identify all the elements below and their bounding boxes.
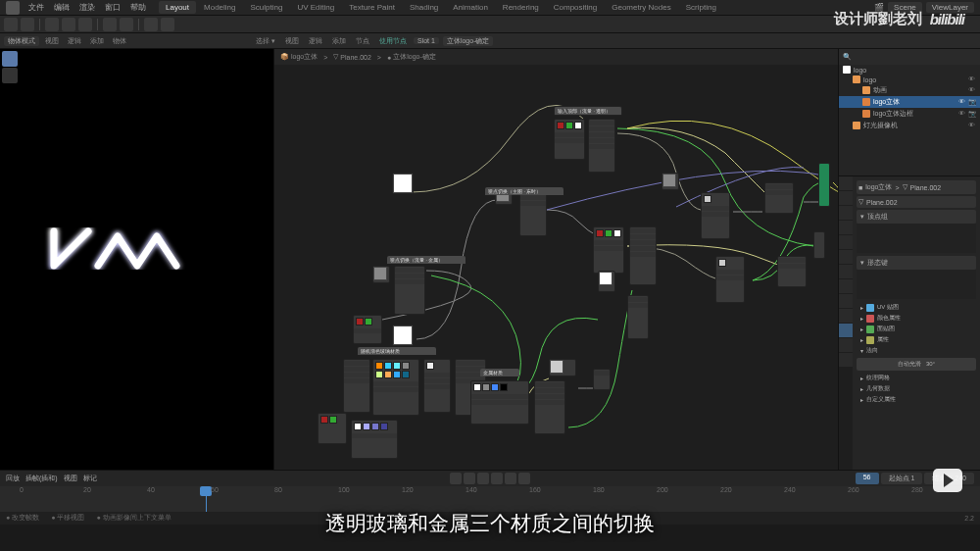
node-output[interactable] [818, 163, 830, 207]
node-mixshader-4[interactable] [777, 256, 807, 287]
menu-render[interactable]: 渲染 [74, 2, 100, 13]
jump-start-icon[interactable] [450, 473, 462, 484]
menu-window[interactable]: 窗口 [100, 2, 125, 13]
tab-compositing[interactable]: Compositing [547, 1, 604, 14]
node-gradient-1[interactable] [372, 359, 419, 416]
node-value-1[interactable] [392, 173, 414, 194]
start-frame[interactable]: 起始点 1 [881, 473, 923, 484]
section-vertex-groups[interactable]: ▾ 顶点组 [857, 210, 976, 253]
node-gradient-2[interactable] [351, 420, 398, 459]
tool-transform-icon[interactable] [103, 18, 117, 31]
tool-rotate-icon[interactable] [62, 18, 75, 31]
mode-dropdown[interactable]: 物体模式 [4, 36, 39, 46]
timeline-marker[interactable]: 标记 [83, 474, 97, 483]
node-canvas[interactable]: 输入顶部（流量 · 透明） 喷点切换（主图 · 东时） [274, 65, 838, 470]
select-method[interactable]: 选择 ▾ [253, 36, 278, 46]
prop-tab-constraint-icon[interactable] [839, 309, 853, 323]
vp-select-tool-icon[interactable] [2, 51, 18, 67]
node-node[interactable]: 节点 [353, 36, 372, 46]
sub-select[interactable]: 逻辑 [65, 36, 84, 46]
current-frame[interactable]: 56 [856, 473, 879, 484]
row-texspace[interactable]: ▸纹理网格 [857, 373, 976, 383]
eye-icon[interactable]: 👁 [968, 75, 976, 83]
node-ramp-a[interactable] [343, 359, 370, 413]
node-glass-1[interactable] [423, 359, 451, 413]
timeline-ruler[interactable]: 020406080100120140160180200220240260280 [0, 486, 980, 512]
prop-tab-physics-icon[interactable] [839, 294, 853, 308]
eye-icon[interactable]: 👁 [958, 98, 966, 106]
node-bsdf-1[interactable] [629, 226, 657, 285]
tab-modeling[interactable]: Modeling [197, 1, 242, 14]
prop-tab-data-icon[interactable] [839, 324, 853, 337]
material-dropdown[interactable]: 立体logo-确定 [443, 36, 494, 46]
breadcrumb-mat[interactable]: ● 立体logo-确定 [387, 52, 436, 62]
timeline-keying[interactable]: 插帧(插和) [25, 474, 58, 483]
tab-animation[interactable]: Animation [446, 1, 495, 14]
row-color-attrs[interactable]: ▸颜色属性 [857, 313, 976, 324]
node-small-1[interactable] [593, 369, 611, 390]
prop-tab-particle-icon[interactable] [839, 279, 853, 293]
node-colorramp-1[interactable] [554, 119, 585, 160]
next-key-icon[interactable] [505, 473, 516, 484]
prop-tab-view-icon[interactable] [839, 206, 853, 220]
row-uvmaps[interactable]: ▸UV 贴图 [857, 302, 976, 313]
node-ramp-b[interactable] [318, 413, 347, 444]
row-customprops[interactable]: ▸自定义属性 [857, 394, 976, 405]
tool-scale-icon[interactable] [78, 18, 92, 31]
prop-tab-output-icon[interactable] [839, 191, 853, 205]
tree-item-logo[interactable]: logo 👁 [839, 75, 980, 84]
menu-help[interactable]: 帮助 [125, 2, 151, 13]
section-shape-keys[interactable]: ▾ 形态键 [857, 256, 976, 299]
sub-object[interactable]: 物体 [110, 36, 129, 46]
tab-texpaint[interactable]: Texture Paint [342, 1, 402, 14]
breadcrumb-mesh[interactable]: ▽ Plane.002 [333, 53, 371, 61]
row-geodata[interactable]: ▸几何数据 [857, 383, 976, 394]
tree-item-anim[interactable]: 动画 👁 [839, 84, 980, 96]
auto-smooth-toggle[interactable]: 自动光滑 30° [857, 358, 976, 371]
tab-rendering[interactable]: Rendering [496, 1, 546, 14]
play-reverse-icon[interactable] [477, 473, 489, 484]
node-value-2[interactable] [392, 325, 414, 346]
tab-scripting[interactable]: Scripting [679, 1, 723, 14]
tab-layout[interactable]: Layout [159, 1, 196, 14]
row-face-maps[interactable]: ▸面贴图 [857, 324, 976, 334]
use-nodes-toggle[interactable]: 使用节点 [376, 36, 410, 46]
prev-key-icon[interactable] [464, 473, 475, 484]
tree-item-logo3d[interactable]: logo立体 👁📷 [839, 96, 980, 108]
3d-viewport[interactable] [0, 49, 274, 470]
row-attributes[interactable]: ▸属性 [857, 334, 976, 345]
menu-edit[interactable]: 编辑 [49, 2, 74, 13]
eye-icon[interactable]: 👁 [958, 110, 966, 118]
menu-file[interactable]: 文件 [24, 2, 49, 13]
node-small-2[interactable] [662, 173, 679, 190]
node-view[interactable]: 视图 [282, 36, 302, 46]
prop-tab-material-icon[interactable] [839, 338, 853, 352]
tree-item-light[interactable]: 灯光摄像机 👁 [839, 120, 980, 131]
tool-addcube-icon[interactable] [161, 18, 174, 31]
sub-view[interactable]: 视图 [42, 36, 62, 46]
outliner[interactable]: 🔍 logo logo 👁 动画 👁 logo立体 👁📷 logo立体边框 👁📷 [839, 49, 980, 176]
video-play-icon[interactable] [933, 469, 962, 492]
node-mix-2[interactable] [394, 266, 425, 315]
prop-tab-scene-icon[interactable] [839, 221, 853, 234]
row-normals[interactable]: ▾法向 [857, 345, 976, 356]
node-metal-bsdf[interactable] [470, 380, 529, 425]
prop-tab-object-icon[interactable] [839, 250, 853, 264]
outliner-search[interactable]: 🔍 [839, 49, 980, 65]
timeline-view[interactable]: 视图 [64, 474, 77, 483]
sub-add[interactable]: 添加 [87, 36, 107, 46]
tab-sculpting[interactable]: Sculpting [244, 1, 290, 14]
tool-select-icon[interactable] [4, 18, 18, 31]
node-mixshader-3[interactable] [764, 182, 794, 214]
node-group-1[interactable]: 输入顶部（流量 · 透明） [554, 106, 622, 116]
node-mixshader-1[interactable] [701, 192, 730, 239]
node-tex-3[interactable] [598, 271, 615, 292]
tab-geonodes[interactable]: Geometry Nodes [605, 1, 677, 14]
prop-tab-world-icon[interactable] [839, 235, 853, 249]
play-icon[interactable] [491, 473, 503, 484]
breadcrumb-obj[interactable]: 📦 logo立体 [280, 52, 318, 62]
node-reroute-1[interactable] [813, 231, 825, 259]
node-colorramp-3[interactable] [353, 315, 382, 344]
prop-tab-render-icon[interactable] [839, 176, 853, 190]
timeline[interactable]: 回放 插帧(插和) 视图 标记 56 起始点 1 结束点 240 0204060… [0, 470, 980, 511]
